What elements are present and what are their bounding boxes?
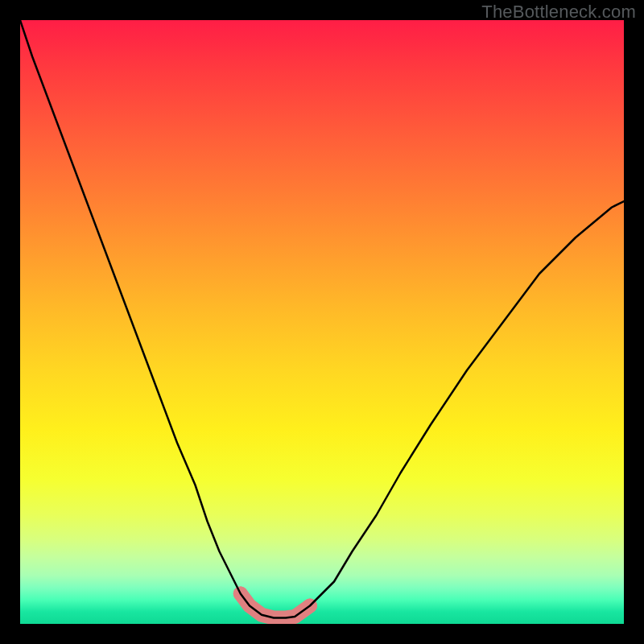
curve-layer — [20, 20, 624, 624]
chart-frame: TheBottleneck.com — [0, 0, 644, 644]
plot-area — [20, 20, 624, 624]
watermark: TheBottleneck.com — [481, 2, 636, 23]
bottleneck-curve — [20, 20, 624, 618]
